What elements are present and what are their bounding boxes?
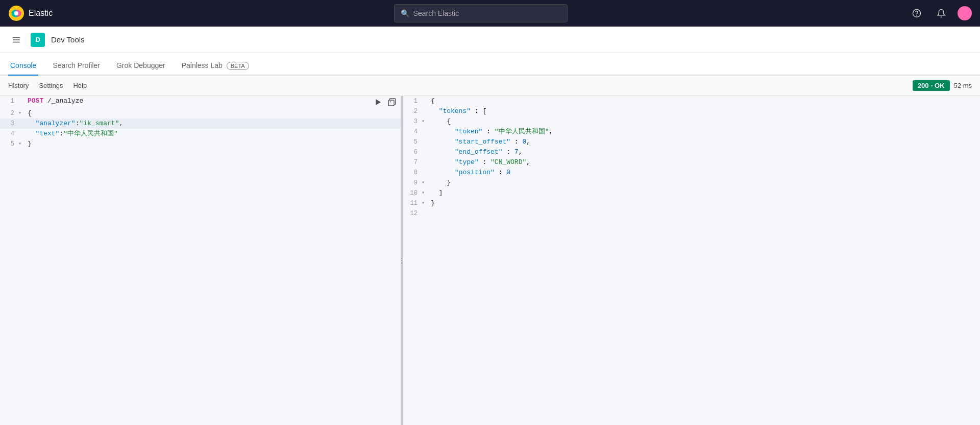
resp-line-9: 9 ▾ }: [403, 178, 980, 188]
left-code-editor[interactable]: 1 POST /_analyze: [0, 96, 402, 425]
resp-content-9: }: [429, 178, 451, 188]
tab-console[interactable]: Console: [8, 61, 38, 76]
topbar: Elastic 🔍 Search Elastic: [0, 0, 980, 27]
search-icon: 🔍: [401, 9, 409, 17]
right-pane: 1 { 2 "tokens" : [ 3 ▾ { 4 ": [403, 96, 980, 425]
hamburger-icon: [12, 35, 21, 44]
resp-num-8: 8: [403, 168, 422, 178]
status-ok-badge: 200 - OK: [913, 80, 950, 91]
settings-button[interactable]: Settings: [39, 82, 63, 89]
line-num-3: 3: [0, 119, 18, 129]
resp-num-10: 10: [403, 188, 422, 198]
line-fold-1: [18, 96, 26, 108]
left-pane: 1 POST /_analyze: [0, 96, 403, 425]
line-actions-1: [372, 96, 402, 108]
help-icon-btn[interactable]: [909, 5, 925, 21]
line-content-3: "analyzer":"ik_smart",: [26, 119, 123, 129]
resp-fold-9[interactable]: ▾: [422, 178, 429, 188]
status-badge-container: 200 - OK 52 ms: [913, 80, 972, 91]
secondary-nav: D Dev Tools: [0, 27, 980, 53]
line-fold-4: [18, 129, 26, 139]
code-line-4: 4 "text":"中华人民共和国": [0, 129, 402, 139]
resp-num-2: 2: [403, 106, 422, 116]
line-content-4: "text":"中华人民共和国": [26, 129, 118, 139]
resp-line-5: 5 "start_offset" : 0,: [403, 137, 980, 147]
resp-fold-5: [422, 137, 429, 147]
tab-grok-debugger[interactable]: Grok Debugger: [114, 61, 167, 76]
resp-line-3: 3 ▾ {: [403, 116, 980, 127]
logo: Elastic: [8, 5, 53, 21]
run-icon: [374, 98, 382, 106]
line-fold-3: [18, 119, 26, 129]
beta-badge: BETA: [227, 62, 249, 70]
resp-fold-1: [422, 96, 429, 106]
resp-content-5: "start_offset" : 0,: [429, 137, 530, 147]
resp-line-7: 7 "type" : "CN_WORD",: [403, 157, 980, 168]
resp-content-7: "type" : "CN_WORD",: [429, 157, 530, 168]
resp-fold-8: [422, 168, 429, 178]
pane-divider[interactable]: [401, 96, 403, 425]
resp-fold-11[interactable]: ▾: [422, 198, 429, 208]
editor-area: 1 POST /_analyze: [0, 96, 980, 425]
right-code-editor[interactable]: 1 { 2 "tokens" : [ 3 ▾ { 4 ": [403, 96, 980, 425]
app-name: Elastic: [29, 9, 53, 18]
resp-num-12: 12: [403, 208, 422, 219]
resp-num-6: 6: [403, 147, 422, 157]
resp-content-4: "token" : "中华人民共和国",: [429, 127, 553, 137]
notifications-icon-btn[interactable]: [933, 5, 949, 21]
resp-num-4: 4: [403, 127, 422, 137]
resp-line-4: 4 "token" : "中华人民共和国",: [403, 127, 980, 137]
resp-content-10: ]: [429, 188, 443, 198]
resp-num-7: 7: [403, 157, 422, 168]
resp-num-9: 9: [403, 178, 422, 188]
line-content-1: POST /_analyze: [26, 96, 83, 108]
resp-fold-10[interactable]: ▾: [422, 188, 429, 198]
resp-fold-4: [422, 127, 429, 137]
topbar-right: [909, 5, 972, 21]
line-fold-2[interactable]: ▾: [18, 108, 26, 119]
svg-marker-11: [376, 99, 381, 105]
search-bar[interactable]: 🔍 Search Elastic: [394, 4, 568, 22]
elastic-logo-icon: [8, 5, 24, 21]
resp-num-3: 3: [403, 116, 422, 127]
code-line-5: 5 ▾ }: [0, 139, 402, 149]
help-icon: [912, 9, 921, 18]
resp-line-6: 6 "end_offset" : 7,: [403, 147, 980, 157]
resp-content-2: "tokens" : [: [429, 106, 486, 116]
svg-rect-12: [388, 100, 394, 106]
resp-num-1: 1: [403, 96, 422, 106]
resp-content-11: }: [429, 198, 435, 208]
resp-fold-2: [422, 106, 429, 116]
svg-point-7: [917, 16, 917, 16]
tab-painless-lab[interactable]: Painless Lab BETA: [180, 61, 251, 76]
line-num-4: 4: [0, 129, 18, 139]
resp-line-8: 8 "position" : 0: [403, 168, 980, 178]
resp-line-12: 12: [403, 208, 980, 219]
copy-curl-icon: [388, 98, 396, 106]
resp-num-5: 5: [403, 137, 422, 147]
tabs-bar: Console Search Profiler Grok Debugger Pa…: [0, 53, 980, 76]
code-line-2: 2 ▾ {: [0, 108, 402, 119]
breadcrumb-avatar: D: [31, 33, 45, 47]
copy-as-curl-button[interactable]: [386, 96, 398, 108]
resp-content-1: {: [429, 96, 435, 106]
toolbar: History Settings Help 200 - OK 52 ms: [0, 76, 980, 96]
run-button[interactable]: [372, 96, 384, 108]
search-placeholder: Search Elastic: [413, 9, 459, 17]
hamburger-button[interactable]: [8, 32, 24, 48]
line-num-2: 2: [0, 108, 18, 119]
resp-num-11: 11: [403, 198, 422, 208]
tab-search-profiler[interactable]: Search Profiler: [51, 61, 102, 76]
line-num-5: 5: [0, 139, 18, 149]
line-fold-5[interactable]: ▾: [18, 139, 26, 149]
history-button[interactable]: History: [8, 82, 29, 89]
line-num-1: 1: [0, 96, 18, 108]
user-avatar[interactable]: [958, 6, 972, 20]
resp-line-2: 2 "tokens" : [: [403, 106, 980, 116]
code-line-3: 3 "analyzer":"ik_smart",: [0, 119, 402, 129]
resp-content-3: {: [429, 116, 451, 127]
resp-content-6: "end_offset" : 7,: [429, 147, 522, 157]
line-content-2: {: [26, 108, 32, 119]
resp-fold-3[interactable]: ▾: [422, 116, 429, 127]
help-button[interactable]: Help: [73, 82, 87, 89]
